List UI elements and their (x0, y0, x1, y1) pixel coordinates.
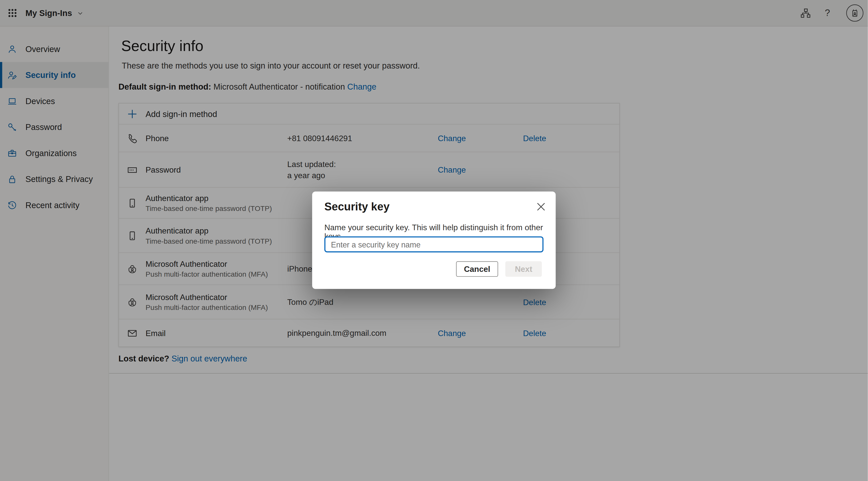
next-button[interactable]: Next (505, 261, 542, 277)
security-key-name-input[interactable] (324, 236, 544, 252)
dialog-buttons: Cancel Next (456, 261, 542, 277)
close-icon[interactable] (535, 200, 547, 212)
dialog-title: Security key (324, 200, 390, 213)
security-key-dialog: Security key Name your security key. Thi… (312, 192, 556, 289)
my-sign-ins-page: My Sign-Ins ? (0, 0, 868, 481)
cancel-button[interactable]: Cancel (456, 261, 498, 277)
